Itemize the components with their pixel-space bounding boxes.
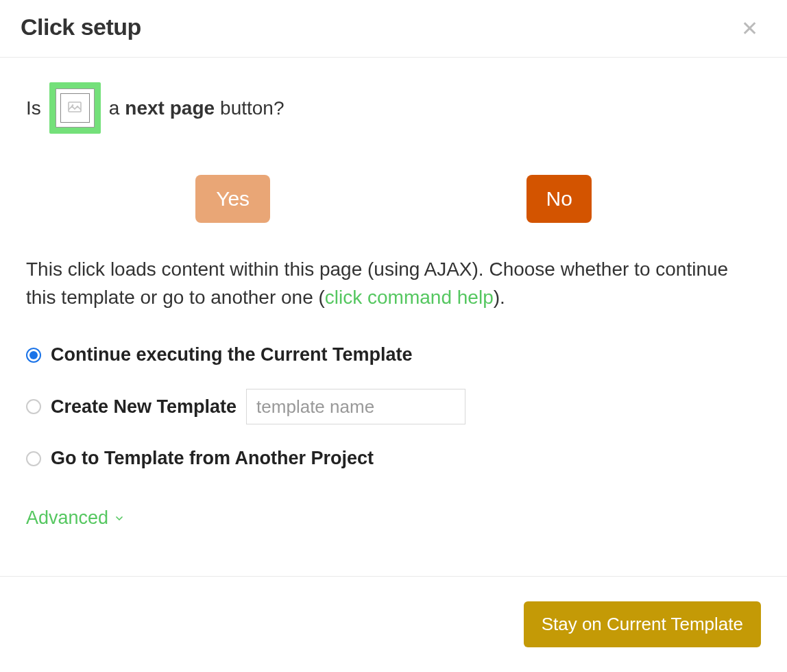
option-create-new[interactable]: Create New Template [26,389,761,424]
option-create-new-label: Create New Template [51,396,237,418]
question-text: Is a next page button? [26,82,761,134]
click-command-help-link[interactable]: click command help [325,287,494,308]
question-bold: next page [125,97,215,119]
template-name-input[interactable] [246,389,465,424]
broken-image-icon [66,100,83,117]
option-continue[interactable]: Continue executing the Current Template [26,344,761,365]
dialog-header: Click setup ✕ [0,0,787,58]
question-suffix: button? [220,97,284,119]
svg-point-1 [72,104,74,106]
close-icon[interactable]: ✕ [741,16,766,39]
question-prefix: Is [26,97,41,119]
chevron-down-icon [114,513,125,524]
advanced-label: Advanced [26,507,108,529]
dialog-content: Is a next page button? Yes No This click… [0,58,787,549]
dialog-title: Click setup [21,14,141,40]
radio-goto-project[interactable] [26,451,41,466]
dialog-footer: Stay on Current Template [0,576,787,672]
element-thumbnail [49,82,101,134]
advanced-toggle[interactable]: Advanced [26,507,125,529]
question-article: a [109,97,120,119]
radio-continue[interactable] [26,348,41,363]
option-continue-label: Continue executing the Current Template [51,344,413,365]
stay-on-current-template-button[interactable]: Stay on Current Template [524,601,761,647]
no-button[interactable]: No [526,175,591,223]
svg-rect-0 [69,102,81,112]
yes-button[interactable]: Yes [195,175,270,223]
option-goto-project-label: Go to Template from Another Project [51,448,374,469]
option-goto-project[interactable]: Go to Template from Another Project [26,448,761,469]
radio-create-new[interactable] [26,399,41,414]
yes-no-row: Yes No [26,134,761,250]
description-text: This click loads content within this pag… [26,256,761,311]
template-options: Continue executing the Current Template … [26,344,761,469]
